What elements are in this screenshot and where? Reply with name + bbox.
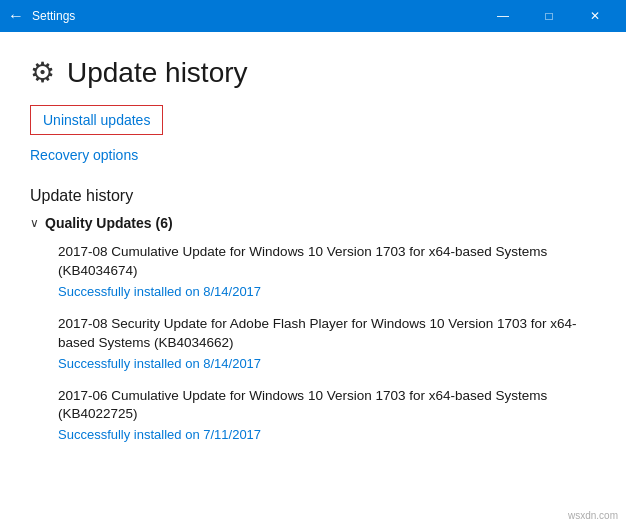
uninstall-updates-button[interactable]: Uninstall updates — [30, 105, 163, 135]
recovery-options-link[interactable]: Recovery options — [30, 147, 596, 163]
window-controls: — □ ✕ — [480, 0, 618, 32]
update-name: 2017-06 Cumulative Update for Windows 10… — [58, 387, 596, 425]
minimize-icon: — — [497, 9, 509, 23]
back-icon: ← — [8, 7, 24, 25]
chevron-down-icon: ∨ — [30, 216, 39, 230]
update-status[interactable]: Successfully installed on 8/14/2017 — [58, 284, 596, 299]
maximize-button[interactable]: □ — [526, 0, 572, 32]
window-title: Settings — [32, 9, 480, 23]
title-bar: ← Settings — □ ✕ — [0, 0, 626, 32]
close-icon: ✕ — [590, 9, 600, 23]
maximize-icon: □ — [545, 9, 552, 23]
watermark: wsxdn.com — [568, 510, 618, 521]
list-item: 2017-08 Cumulative Update for Windows 10… — [30, 243, 596, 299]
update-status[interactable]: Successfully installed on 7/11/2017 — [58, 427, 596, 442]
category-label: Quality Updates (6) — [45, 215, 173, 231]
update-status[interactable]: Successfully installed on 8/14/2017 — [58, 356, 596, 371]
history-heading: Update history — [30, 187, 596, 205]
page-title: Update history — [67, 57, 248, 89]
links-section: Uninstall updates Recovery options — [0, 105, 626, 179]
history-section: Update history ∨ Quality Updates (6) 201… — [0, 179, 626, 442]
minimize-button[interactable]: — — [480, 0, 526, 32]
list-item: 2017-06 Cumulative Update for Windows 10… — [30, 387, 596, 443]
main-content: ⚙ Update history Uninstall updates Recov… — [0, 32, 626, 527]
close-button[interactable]: ✕ — [572, 0, 618, 32]
list-item: 2017-08 Security Update for Adobe Flash … — [30, 315, 596, 371]
quality-updates-category[interactable]: ∨ Quality Updates (6) — [30, 215, 596, 231]
back-button[interactable]: ← — [8, 7, 24, 25]
update-name: 2017-08 Security Update for Adobe Flash … — [58, 315, 596, 353]
update-name: 2017-08 Cumulative Update for Windows 10… — [58, 243, 596, 281]
settings-icon: ⚙ — [30, 56, 55, 89]
page-header: ⚙ Update history — [0, 32, 626, 105]
